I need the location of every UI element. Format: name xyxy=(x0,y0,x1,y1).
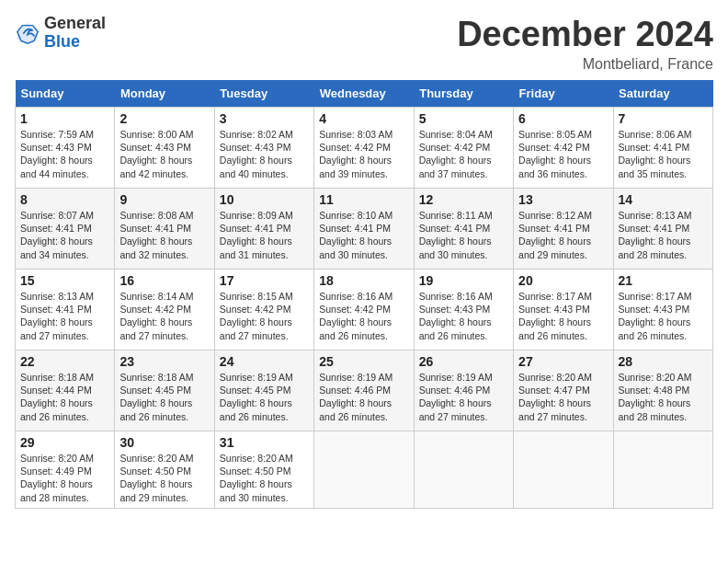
day-info: Sunrise: 8:19 AM Sunset: 4:46 PM Dayligh… xyxy=(319,371,408,423)
location-subtitle: Montbeliard, France xyxy=(457,56,713,73)
week-row-5: 29Sunrise: 8:20 AM Sunset: 4:49 PM Dayli… xyxy=(16,431,713,509)
logo: General Blue xyxy=(15,15,106,52)
day-cell: 4Sunrise: 8:03 AM Sunset: 4:42 PM Daylig… xyxy=(314,108,414,189)
day-cell: 19Sunrise: 8:16 AM Sunset: 4:43 PM Dayli… xyxy=(414,270,513,350)
day-number: 2 xyxy=(119,111,209,126)
day-number: 20 xyxy=(518,273,608,288)
day-info: Sunrise: 8:07 AM Sunset: 4:41 PM Dayligh… xyxy=(20,209,109,261)
day-info: Sunrise: 8:04 AM Sunset: 4:42 PM Dayligh… xyxy=(419,128,508,180)
day-cell: 25Sunrise: 8:19 AM Sunset: 4:46 PM Dayli… xyxy=(314,350,414,431)
day-info: Sunrise: 8:08 AM Sunset: 4:41 PM Dayligh… xyxy=(119,209,209,261)
week-row-2: 8Sunrise: 8:07 AM Sunset: 4:41 PM Daylig… xyxy=(16,189,713,270)
day-info: Sunrise: 8:12 AM Sunset: 4:41 PM Dayligh… xyxy=(518,209,608,261)
day-cell: 22Sunrise: 8:18 AM Sunset: 4:44 PM Dayli… xyxy=(16,350,115,431)
logo-icon xyxy=(15,20,40,46)
day-cell: 17Sunrise: 8:15 AM Sunset: 4:42 PM Dayli… xyxy=(214,270,313,350)
day-number: 3 xyxy=(220,111,309,126)
day-cell: 3Sunrise: 8:02 AM Sunset: 4:43 PM Daylig… xyxy=(214,108,313,189)
day-cell: 6Sunrise: 8:05 AM Sunset: 4:42 PM Daylig… xyxy=(514,108,613,189)
day-cell: 20Sunrise: 8:17 AM Sunset: 4:43 PM Dayli… xyxy=(514,270,613,350)
day-info: Sunrise: 8:14 AM Sunset: 4:42 PM Dayligh… xyxy=(119,290,209,342)
day-cell: 13Sunrise: 8:12 AM Sunset: 4:41 PM Dayli… xyxy=(514,189,613,270)
column-header-friday: Friday xyxy=(514,80,613,108)
calendar-table: SundayMondayTuesdayWednesdayThursdayFrid… xyxy=(15,80,713,509)
day-cell xyxy=(514,431,613,509)
day-number: 9 xyxy=(119,192,209,207)
day-info: Sunrise: 8:17 AM Sunset: 4:43 PM Dayligh… xyxy=(619,290,708,342)
day-cell: 2Sunrise: 8:00 AM Sunset: 4:43 PM Daylig… xyxy=(115,108,214,189)
day-cell xyxy=(314,431,414,509)
week-row-4: 22Sunrise: 8:18 AM Sunset: 4:44 PM Dayli… xyxy=(16,350,713,431)
day-number: 25 xyxy=(319,354,408,369)
header: General Blue December 2024 Montbeliard, … xyxy=(15,15,713,73)
day-number: 7 xyxy=(619,111,708,126)
day-cell: 12Sunrise: 8:11 AM Sunset: 4:41 PM Dayli… xyxy=(414,189,513,270)
day-number: 11 xyxy=(319,192,408,207)
day-info: Sunrise: 8:11 AM Sunset: 4:41 PM Dayligh… xyxy=(419,209,508,261)
day-cell: 18Sunrise: 8:16 AM Sunset: 4:42 PM Dayli… xyxy=(314,270,414,350)
logo-blue-text: Blue xyxy=(44,33,106,52)
day-cell: 9Sunrise: 8:08 AM Sunset: 4:41 PM Daylig… xyxy=(115,189,214,270)
day-number: 6 xyxy=(518,111,608,126)
day-info: Sunrise: 8:20 AM Sunset: 4:47 PM Dayligh… xyxy=(518,371,608,423)
week-row-3: 15Sunrise: 8:13 AM Sunset: 4:41 PM Dayli… xyxy=(16,270,713,350)
day-cell: 29Sunrise: 8:20 AM Sunset: 4:49 PM Dayli… xyxy=(16,431,115,509)
day-cell: 11Sunrise: 8:10 AM Sunset: 4:41 PM Dayli… xyxy=(314,189,414,270)
page-container: General Blue December 2024 Montbeliard, … xyxy=(15,15,713,509)
month-title: December 2024 xyxy=(457,15,713,54)
day-info: Sunrise: 8:19 AM Sunset: 4:46 PM Dayligh… xyxy=(419,371,508,423)
day-info: Sunrise: 8:13 AM Sunset: 4:41 PM Dayligh… xyxy=(619,209,708,261)
day-info: Sunrise: 8:18 AM Sunset: 4:45 PM Dayligh… xyxy=(119,371,209,423)
day-info: Sunrise: 8:19 AM Sunset: 4:45 PM Dayligh… xyxy=(220,371,309,423)
day-cell: 24Sunrise: 8:19 AM Sunset: 4:45 PM Dayli… xyxy=(214,350,313,431)
day-number: 22 xyxy=(20,354,109,369)
title-section: December 2024 Montbeliard, France xyxy=(457,15,713,73)
day-cell: 1Sunrise: 7:59 AM Sunset: 4:43 PM Daylig… xyxy=(16,108,115,189)
day-number: 15 xyxy=(20,273,109,288)
day-number: 4 xyxy=(319,111,408,126)
logo-text: General Blue xyxy=(44,15,106,52)
day-number: 18 xyxy=(319,273,408,288)
day-info: Sunrise: 8:00 AM Sunset: 4:43 PM Dayligh… xyxy=(119,128,209,180)
day-cell: 30Sunrise: 8:20 AM Sunset: 4:50 PM Dayli… xyxy=(115,431,214,509)
day-number: 26 xyxy=(419,354,508,369)
day-info: Sunrise: 8:03 AM Sunset: 4:42 PM Dayligh… xyxy=(319,128,408,180)
column-header-saturday: Saturday xyxy=(613,80,712,108)
day-cell: 21Sunrise: 8:17 AM Sunset: 4:43 PM Dayli… xyxy=(613,270,712,350)
day-info: Sunrise: 8:18 AM Sunset: 4:44 PM Dayligh… xyxy=(20,371,109,423)
day-number: 31 xyxy=(220,435,309,450)
day-cell: 23Sunrise: 8:18 AM Sunset: 4:45 PM Dayli… xyxy=(115,350,214,431)
column-header-sunday: Sunday xyxy=(16,80,115,108)
column-header-wednesday: Wednesday xyxy=(314,80,414,108)
day-cell: 31Sunrise: 8:20 AM Sunset: 4:50 PM Dayli… xyxy=(214,431,313,509)
day-number: 27 xyxy=(518,354,608,369)
day-info: Sunrise: 8:10 AM Sunset: 4:41 PM Dayligh… xyxy=(319,209,408,261)
header-row: SundayMondayTuesdayWednesdayThursdayFrid… xyxy=(16,80,713,108)
day-info: Sunrise: 8:20 AM Sunset: 4:48 PM Dayligh… xyxy=(619,371,708,423)
day-number: 10 xyxy=(220,192,309,207)
day-number: 1 xyxy=(20,111,109,126)
day-cell: 14Sunrise: 8:13 AM Sunset: 4:41 PM Dayli… xyxy=(613,189,712,270)
day-info: Sunrise: 8:20 AM Sunset: 4:50 PM Dayligh… xyxy=(119,452,209,504)
day-info: Sunrise: 7:59 AM Sunset: 4:43 PM Dayligh… xyxy=(20,128,109,180)
day-number: 5 xyxy=(419,111,508,126)
day-info: Sunrise: 8:02 AM Sunset: 4:43 PM Dayligh… xyxy=(220,128,309,180)
day-number: 30 xyxy=(119,435,209,450)
day-number: 21 xyxy=(619,273,708,288)
day-cell: 7Sunrise: 8:06 AM Sunset: 4:41 PM Daylig… xyxy=(613,108,712,189)
column-header-tuesday: Tuesday xyxy=(214,80,313,108)
day-cell: 28Sunrise: 8:20 AM Sunset: 4:48 PM Dayli… xyxy=(613,350,712,431)
day-cell: 10Sunrise: 8:09 AM Sunset: 4:41 PM Dayli… xyxy=(214,189,313,270)
day-cell xyxy=(613,431,712,509)
day-number: 16 xyxy=(119,273,209,288)
day-cell: 27Sunrise: 8:20 AM Sunset: 4:47 PM Dayli… xyxy=(514,350,613,431)
day-info: Sunrise: 8:16 AM Sunset: 4:43 PM Dayligh… xyxy=(419,290,508,342)
day-info: Sunrise: 8:16 AM Sunset: 4:42 PM Dayligh… xyxy=(319,290,408,342)
day-info: Sunrise: 8:13 AM Sunset: 4:41 PM Dayligh… xyxy=(20,290,109,342)
day-cell: 26Sunrise: 8:19 AM Sunset: 4:46 PM Dayli… xyxy=(414,350,513,431)
day-number: 23 xyxy=(119,354,209,369)
day-number: 14 xyxy=(619,192,708,207)
column-header-monday: Monday xyxy=(115,80,214,108)
day-info: Sunrise: 8:06 AM Sunset: 4:41 PM Dayligh… xyxy=(619,128,708,180)
day-cell: 15Sunrise: 8:13 AM Sunset: 4:41 PM Dayli… xyxy=(16,270,115,350)
